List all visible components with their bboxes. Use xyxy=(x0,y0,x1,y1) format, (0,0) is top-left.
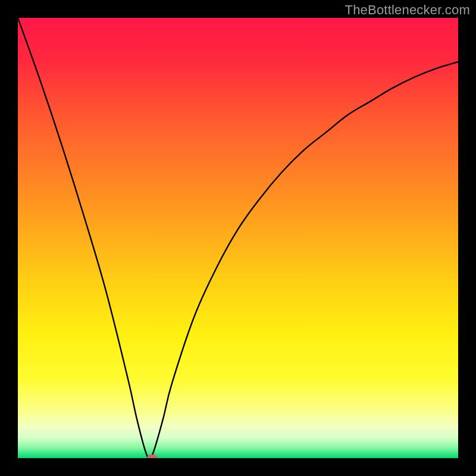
watermark-text: TheBottlenecker.com xyxy=(345,2,470,18)
marker-dot xyxy=(147,455,158,458)
bottleneck-curve xyxy=(18,18,458,458)
curve-path xyxy=(18,18,458,458)
plot-area xyxy=(18,18,458,458)
chart-frame: TheBottlenecker.com xyxy=(0,0,476,476)
